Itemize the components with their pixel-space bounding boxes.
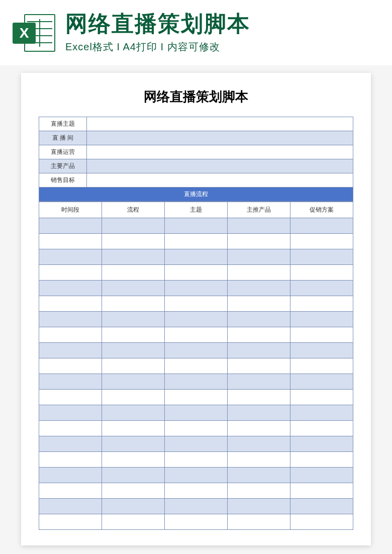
table-cell[interactable] bbox=[290, 421, 353, 436]
table-cell[interactable] bbox=[290, 452, 353, 468]
table-cell[interactable] bbox=[102, 514, 165, 530]
table-cell[interactable] bbox=[228, 265, 290, 281]
table-cell[interactable] bbox=[39, 499, 102, 514]
table-cell[interactable] bbox=[228, 327, 290, 343]
table-cell[interactable] bbox=[165, 218, 228, 234]
table-cell[interactable] bbox=[290, 218, 353, 234]
table-cell[interactable] bbox=[165, 514, 228, 530]
table-cell[interactable] bbox=[165, 468, 228, 483]
table-cell[interactable] bbox=[165, 499, 228, 514]
table-cell[interactable] bbox=[165, 343, 228, 358]
info-value[interactable] bbox=[87, 131, 353, 145]
table-cell[interactable] bbox=[290, 265, 353, 281]
table-cell[interactable] bbox=[39, 327, 102, 343]
table-cell[interactable] bbox=[290, 234, 353, 249]
table-cell[interactable] bbox=[102, 312, 165, 327]
table-cell[interactable] bbox=[102, 327, 165, 343]
table-cell[interactable] bbox=[102, 405, 165, 421]
table-cell[interactable] bbox=[39, 483, 102, 499]
table-cell[interactable] bbox=[39, 234, 102, 249]
table-cell[interactable] bbox=[102, 249, 165, 265]
table-cell[interactable] bbox=[290, 312, 353, 327]
table-cell[interactable] bbox=[102, 296, 165, 312]
table-cell[interactable] bbox=[102, 218, 165, 234]
table-cell[interactable] bbox=[165, 265, 228, 281]
table-cell[interactable] bbox=[165, 281, 228, 296]
table-cell[interactable] bbox=[228, 468, 290, 483]
table-cell[interactable] bbox=[39, 281, 102, 296]
table-cell[interactable] bbox=[228, 343, 290, 358]
table-cell[interactable] bbox=[39, 218, 102, 234]
table-cell[interactable] bbox=[165, 358, 228, 374]
table-cell[interactable] bbox=[228, 296, 290, 312]
table-cell[interactable] bbox=[290, 468, 353, 483]
table-cell[interactable] bbox=[228, 312, 290, 327]
table-cell[interactable] bbox=[228, 499, 290, 514]
table-cell[interactable] bbox=[228, 358, 290, 374]
table-cell[interactable] bbox=[102, 265, 165, 281]
table-cell[interactable] bbox=[102, 374, 165, 390]
table-cell[interactable] bbox=[102, 499, 165, 514]
table-cell[interactable] bbox=[228, 405, 290, 421]
table-cell[interactable] bbox=[165, 312, 228, 327]
table-cell[interactable] bbox=[102, 358, 165, 374]
table-cell[interactable] bbox=[228, 390, 290, 405]
table-cell[interactable] bbox=[290, 405, 353, 421]
table-cell[interactable] bbox=[39, 436, 102, 452]
table-cell[interactable] bbox=[165, 436, 228, 452]
table-cell[interactable] bbox=[290, 499, 353, 514]
table-cell[interactable] bbox=[290, 514, 353, 530]
table-cell[interactable] bbox=[39, 452, 102, 468]
table-cell[interactable] bbox=[102, 452, 165, 468]
table-cell[interactable] bbox=[102, 421, 165, 436]
table-cell[interactable] bbox=[290, 374, 353, 390]
table-cell[interactable] bbox=[165, 296, 228, 312]
table-cell[interactable] bbox=[165, 390, 228, 405]
table-cell[interactable] bbox=[39, 343, 102, 358]
table-cell[interactable] bbox=[102, 483, 165, 499]
table-cell[interactable] bbox=[39, 405, 102, 421]
table-cell[interactable] bbox=[228, 249, 290, 265]
table-cell[interactable] bbox=[228, 234, 290, 249]
table-cell[interactable] bbox=[165, 327, 228, 343]
table-cell[interactable] bbox=[39, 312, 102, 327]
table-cell[interactable] bbox=[228, 281, 290, 296]
table-cell[interactable] bbox=[228, 421, 290, 436]
info-value[interactable] bbox=[87, 159, 353, 173]
table-cell[interactable] bbox=[290, 296, 353, 312]
table-cell[interactable] bbox=[102, 436, 165, 452]
table-cell[interactable] bbox=[290, 327, 353, 343]
table-cell[interactable] bbox=[165, 483, 228, 499]
table-cell[interactable] bbox=[290, 436, 353, 452]
table-cell[interactable] bbox=[290, 358, 353, 374]
table-cell[interactable] bbox=[39, 358, 102, 374]
table-cell[interactable] bbox=[228, 514, 290, 530]
table-cell[interactable] bbox=[165, 421, 228, 436]
table-cell[interactable] bbox=[102, 234, 165, 249]
table-cell[interactable] bbox=[165, 405, 228, 421]
table-cell[interactable] bbox=[290, 249, 353, 265]
table-cell[interactable] bbox=[165, 374, 228, 390]
info-value[interactable] bbox=[87, 173, 353, 188]
table-cell[interactable] bbox=[102, 343, 165, 358]
table-cell[interactable] bbox=[39, 296, 102, 312]
table-cell[interactable] bbox=[39, 514, 102, 530]
table-cell[interactable] bbox=[228, 218, 290, 234]
table-cell[interactable] bbox=[39, 390, 102, 405]
table-cell[interactable] bbox=[290, 343, 353, 358]
table-cell[interactable] bbox=[290, 281, 353, 296]
table-cell[interactable] bbox=[228, 374, 290, 390]
table-cell[interactable] bbox=[39, 468, 102, 483]
table-cell[interactable] bbox=[39, 249, 102, 265]
table-cell[interactable] bbox=[39, 265, 102, 281]
table-cell[interactable] bbox=[228, 436, 290, 452]
table-cell[interactable] bbox=[290, 390, 353, 405]
table-cell[interactable] bbox=[228, 452, 290, 468]
table-cell[interactable] bbox=[39, 374, 102, 390]
table-cell[interactable] bbox=[102, 390, 165, 405]
info-value[interactable] bbox=[87, 145, 353, 159]
info-value[interactable] bbox=[87, 117, 353, 131]
table-cell[interactable] bbox=[102, 468, 165, 483]
table-cell[interactable] bbox=[228, 483, 290, 499]
table-cell[interactable] bbox=[165, 249, 228, 265]
